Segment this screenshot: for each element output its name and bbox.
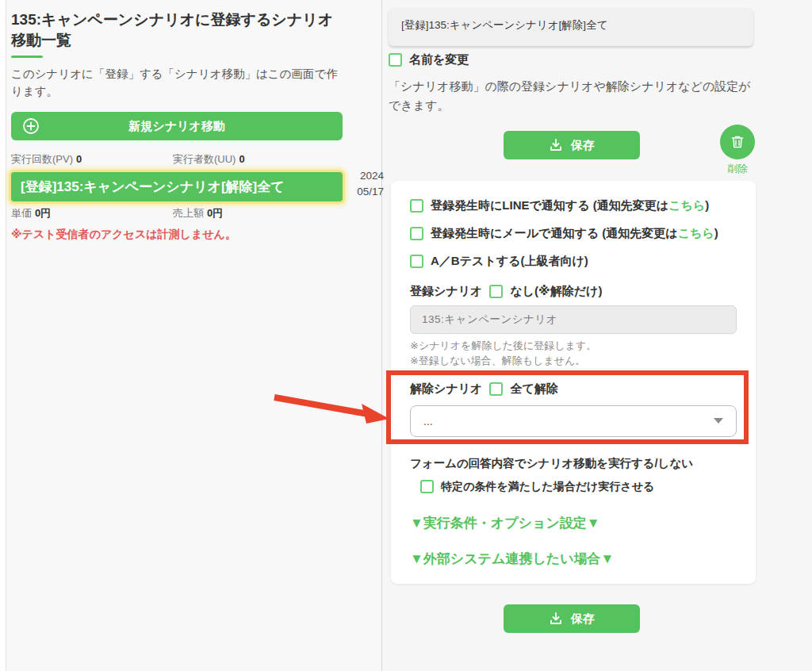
register-scenario-heading: 登録シナリオ xyxy=(410,284,482,299)
notify-line-row: 登録発生時にLINEで通知する (通知先変更はこちら) xyxy=(410,197,737,213)
register-scenario-heading-row: 登録シナリオ なし(※解除だけ) xyxy=(410,283,737,299)
trash-icon xyxy=(720,125,755,159)
page-left-margin xyxy=(0,0,6,671)
date-month-day: 05/17 xyxy=(344,184,384,200)
external-system-toggle[interactable]: ▼外部システム連携したい場合▼ xyxy=(410,550,737,568)
unregister-scenario-dropdown[interactable]: ... xyxy=(410,405,737,437)
notify-mail-row: 登録発生時にメールで通知する (通知先変更はこちら) xyxy=(410,225,737,241)
save-button-bottom-label: 保存 xyxy=(571,612,595,627)
save-button-bottom[interactable]: 保存 xyxy=(504,604,640,633)
page-title: 135:キャンペーンシナリオに登録するシナリオ移動一覧 xyxy=(11,10,347,51)
notify-mail-checkbox[interactable] xyxy=(410,227,423,240)
rename-label: 名前を変更 xyxy=(409,52,469,67)
download-icon xyxy=(549,612,563,626)
stat-pv-value: 0 xyxy=(76,153,82,165)
exec-options-toggle[interactable]: ▼実行条件・オプション設定▼ xyxy=(410,514,737,532)
stat-uu: 実行者数(UU)0 xyxy=(173,152,245,167)
new-scenario-move-button[interactable]: 新規シナリオ移動 xyxy=(11,112,343,140)
unregister-dropdown-value: ... xyxy=(423,415,433,428)
scenario-move-list-panel: 135:キャンペーンシナリオに登録するシナリオ移動一覧 このシナリオに「登録」す… xyxy=(6,0,381,671)
stat-uu-value: 0 xyxy=(239,153,244,165)
save-button-label: 保存 xyxy=(571,138,595,153)
scenario-move-settings-card: 登録発生時にLINEで通知する (通知先変更はこちら) 登録発生時にメールで通知… xyxy=(391,181,756,584)
rename-row: 名前を変更 xyxy=(389,52,469,67)
unregister-scenario-heading: 解除シナリオ xyxy=(410,382,482,397)
scenario-move-item-date: 2024 05/17 xyxy=(344,168,384,199)
detail-header-title: [登録]135:キャンペーンシナリオ[解除]全て xyxy=(389,8,753,46)
scenario-move-item-label: [登録]135:キャンペーンシナリオ[解除]全て xyxy=(21,178,285,196)
unregister-all-label: 全て解除 xyxy=(510,382,557,397)
save-button-top[interactable]: 保存 xyxy=(504,131,640,159)
notify-line-checkbox[interactable] xyxy=(410,199,423,213)
test-receiver-warning: ※テスト受信者のアクセスは計測しません。 xyxy=(11,228,236,242)
register-note-2: ※登録しない場合、解除もしません。 xyxy=(410,354,737,369)
unregister-scenario-heading-row: 解除シナリオ 全て解除 xyxy=(410,382,737,397)
delete-button-label: 削除 xyxy=(718,163,756,176)
register-notes: ※シナリオを解除した後に登録します。 ※登録しない場合、解除もしません。 xyxy=(410,339,737,369)
stat-pv: 実行回数(PV)0 xyxy=(11,152,82,167)
ab-test-checkbox[interactable] xyxy=(410,255,423,268)
notify-mail-change-link[interactable]: こちら xyxy=(678,226,714,240)
register-none-label: なし(※解除だけ) xyxy=(510,284,602,299)
stat-unit-price: 単価0円 xyxy=(11,206,51,220)
form-condition-row: 特定の条件を満たした場合だけ実行させる xyxy=(420,479,737,495)
title-underline xyxy=(11,56,43,58)
stat-revenue: 売上額0円 xyxy=(173,206,223,220)
form-condition-checkbox[interactable] xyxy=(420,480,434,493)
notify-line-change-link[interactable]: こちら xyxy=(668,198,705,212)
ab-test-label: A／Bテストする(上級者向け) xyxy=(431,254,588,269)
stat-revenue-value: 0円 xyxy=(207,207,223,219)
stat-unit-price-value: 0円 xyxy=(35,207,51,219)
detail-description: 「シナリオ移動」の際の登録シナリオや解除シナリオなどの設定ができます。 xyxy=(389,77,763,115)
ab-test-row: A／Bテストする(上級者向け) xyxy=(410,253,737,269)
page-description: このシナリオに「登録」する「シナリオ移動」はこの画面で作ります。 xyxy=(11,65,349,101)
register-scenario-field: 135:キャンペーンシナリオ xyxy=(410,305,737,334)
register-none-checkbox[interactable] xyxy=(489,285,503,298)
form-answer-heading: フォームの回答内容でシナリオ移動を実行する/しない xyxy=(410,456,737,472)
caret-down-icon xyxy=(714,418,723,424)
scenario-move-detail-panel: [登録]135:キャンペーンシナリオ[解除]全て 名前を変更 「シナリオ移動」の… xyxy=(382,0,812,671)
new-scenario-move-label: 新規シナリオ移動 xyxy=(128,119,224,134)
scenario-move-list-item[interactable]: [登録]135:キャンペーンシナリオ[解除]全て xyxy=(11,172,343,201)
notify-line-label: 登録発生時にLINEで通知する (通知先変更はこちら) xyxy=(431,198,709,213)
notify-mail-label: 登録発生時にメールで通知する (通知先変更はこちら) xyxy=(431,226,718,241)
register-note-1: ※シナリオを解除した後に登録します。 xyxy=(410,339,737,354)
date-year: 2024 xyxy=(344,168,384,184)
rename-checkbox[interactable] xyxy=(389,53,402,67)
delete-button[interactable]: 削除 xyxy=(718,125,756,176)
unregister-all-checkbox[interactable] xyxy=(489,382,503,396)
download-icon xyxy=(549,138,563,152)
plus-circle-icon xyxy=(22,117,40,137)
form-condition-label: 特定の条件を満たした場合だけ実行させる xyxy=(441,480,654,494)
